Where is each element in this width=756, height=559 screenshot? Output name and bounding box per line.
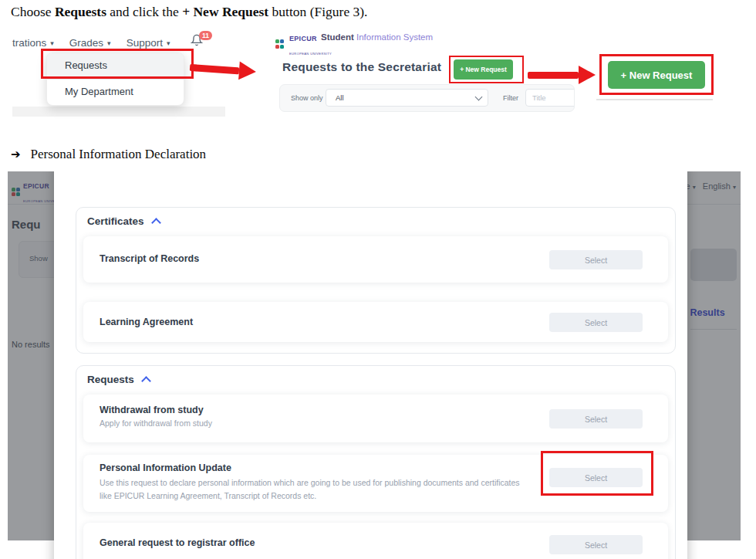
section-header[interactable]: Requests (87, 374, 150, 385)
request-type-card: Transcript of Records Select (83, 236, 668, 283)
app-title: Student Information System (321, 32, 433, 42)
nav-item-label: Support (127, 37, 163, 49)
annotation-redbox-zoomed (599, 54, 714, 95)
nav-bar: trations▾ Grades▾ Support▾ (12, 37, 170, 49)
filter-title-input[interactable] (525, 89, 575, 107)
card-title: Transcript of Records (100, 253, 199, 264)
bullet-heading: ➔ Personal Information Declaration (11, 147, 206, 162)
show-only-value: All (336, 93, 476, 102)
section-certificates: Certificates Transcript of Records Selec… (76, 207, 676, 354)
card-title: Learning Agreement (100, 317, 193, 327)
nav-item-label: Grades (69, 37, 103, 49)
instruction-bold-new-request: + New Request (182, 4, 268, 19)
card-title: Personal Information Update (100, 462, 231, 473)
divider (596, 99, 713, 100)
chevron-down-icon: ▾ (107, 39, 111, 47)
chevron-down-icon (475, 93, 483, 100)
chevron-up-icon (151, 218, 161, 228)
arrow-right-icon: ➔ (11, 147, 21, 161)
card-title: General request to registrar office (100, 537, 255, 548)
instruction-line: Choose Requests and click the + New Requ… (11, 4, 368, 20)
instruction-bold-requests: Requests (55, 4, 106, 19)
app-title-bold: Student (321, 32, 354, 42)
show-only-select[interactable]: All (326, 89, 488, 107)
page-background-band (12, 107, 225, 117)
show-only-label: Show only (291, 94, 323, 102)
notification-badge: 11 (199, 31, 212, 40)
nav-item-label: trations (12, 37, 46, 49)
filter-label: Filter (503, 94, 518, 102)
nav-item-registrations[interactable]: trations▾ (12, 37, 54, 49)
card-description: Use this request to declare personal inf… (100, 476, 532, 502)
annotation-arrow-2 (528, 66, 597, 84)
annotation-arrow-1 (189, 58, 258, 81)
app-title-rest: Information System (354, 32, 433, 42)
select-button[interactable]: Select (549, 535, 643, 554)
modal-screenshot: EPICUR EUROPEAN UNIVERSITY e ▾ English ▾… (8, 171, 741, 559)
select-button[interactable]: Select (549, 313, 643, 332)
card-title: Withdrawal from study (100, 405, 204, 415)
epicur-logo-icon (275, 39, 285, 49)
annotation-redbox-new-request (449, 56, 524, 83)
annotation-redbox-select (541, 451, 653, 496)
request-type-card: Learning Agreement Select (83, 302, 668, 342)
chevron-down-icon: ▾ (167, 39, 170, 47)
card-description: Apply for withdrawal from study (100, 418, 212, 428)
section-header[interactable]: Certificates (87, 215, 160, 227)
nav-item-grades[interactable]: Grades▾ (69, 37, 111, 49)
brand-subtitle: EUROPEAN UNIVERSITY (289, 52, 332, 56)
request-type-card: General request to registrar office Sele… (83, 523, 668, 559)
section-title: Requests (87, 374, 134, 385)
chevron-down-icon: ▾ (50, 39, 54, 47)
instruction-text: Choose (11, 4, 55, 19)
page-title: Requests to the Secretariat (282, 60, 441, 74)
filter-bar: Show only All Filter (279, 84, 575, 112)
section-title: Certificates (87, 215, 144, 227)
chevron-up-icon (141, 376, 151, 386)
annotation-redbox-requests (41, 49, 194, 79)
instruction-text-post: button (Figure 3). (268, 4, 367, 19)
request-type-card: Withdrawal from study Apply for withdraw… (83, 395, 668, 442)
brand-name: EPICUR (289, 35, 317, 42)
instruction-text-mid: and click the (106, 4, 182, 19)
select-button[interactable]: Select (549, 409, 643, 429)
menu-item-my-department[interactable]: My Department (47, 80, 184, 105)
nav-item-support[interactable]: Support▾ (127, 37, 170, 49)
select-button[interactable]: Select (549, 250, 643, 269)
bullet-heading-text: Personal Information Declaration (31, 147, 207, 162)
document-page: Choose Requests and click the + New Requ… (0, 0, 756, 559)
new-request-modal: Certificates Transcript of Records Selec… (54, 171, 687, 559)
